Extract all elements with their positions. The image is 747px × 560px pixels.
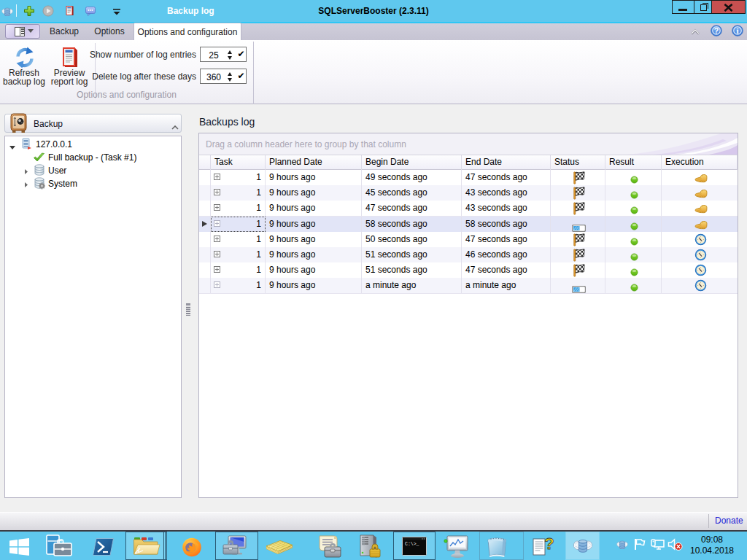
svg-text:?: ? xyxy=(714,26,719,35)
svg-text:?: ? xyxy=(544,536,554,553)
svg-text:i: i xyxy=(736,26,738,35)
svg-text:C:\>_: C:\>_ xyxy=(405,542,419,547)
